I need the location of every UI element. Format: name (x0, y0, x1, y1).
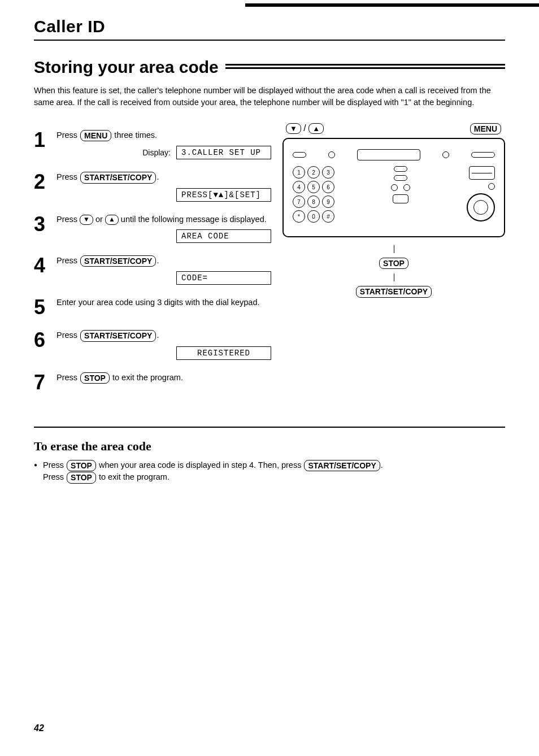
step-number: 6 (34, 330, 56, 359)
dial-key: 2 (307, 166, 320, 179)
menu-key-label: MENU (470, 123, 501, 134)
device-led-icon (403, 184, 410, 191)
stop-key: STOP (67, 472, 96, 483)
step-2: 2 Press START/SET/COPY. PRESS[▼▲]&[SET] (34, 172, 271, 201)
device-handset-icon (471, 152, 495, 158)
dial-key: 9 (322, 195, 334, 208)
lcd-display: 3.CALLER SET UP (176, 146, 271, 159)
device-led-icon (391, 184, 398, 191)
stop-key-label: STOP (379, 258, 408, 269)
lcd-display: REGISTERED (176, 346, 271, 360)
dial-key: 5 (307, 181, 320, 193)
jog-dial-icon (467, 193, 495, 221)
dial-key: 6 (322, 181, 334, 193)
dial-key: 3 (322, 166, 334, 179)
phone-icon (393, 194, 408, 203)
step-3-text: Press ▼ or ▲ until the following message… (56, 214, 271, 225)
intro-paragraph: When this feature is set, the caller's t… (34, 85, 505, 108)
start-set-copy-key: START/SET/COPY (80, 330, 156, 341)
step-4: 4 Press START/SET/COPY. CODE= (34, 255, 271, 285)
step-3: 3 Press ▼ or ▲ until the following messa… (34, 214, 271, 244)
step-number: 1 (34, 130, 56, 159)
erase-subtitle: To erase the area code (34, 439, 505, 454)
step-4-text: Press START/SET/COPY. (56, 255, 271, 267)
device-illustration: 1 2 3 4 5 6 7 8 9 * 0 # (282, 138, 505, 237)
device-led-icon (442, 151, 449, 158)
section-title: Storing your area code (34, 58, 219, 77)
stop-key: STOP (80, 372, 110, 384)
device-top-labels: ▼ / ▲ MENU (286, 123, 502, 134)
display-label: Display: (142, 148, 171, 157)
step-number: 2 (34, 172, 56, 201)
section-divider (34, 427, 505, 428)
up-arrow-key-label: ▲ (308, 123, 324, 134)
device-button-icon (293, 152, 306, 158)
dial-key: 4 (293, 181, 305, 193)
top-black-bar (245, 3, 539, 7)
two-column-layout: 1 Press MENU three times. Display: 3.CAL… (34, 123, 505, 405)
step-6: 6 Press START/SET/COPY. REGISTERED (34, 330, 271, 359)
step-2-text: Press START/SET/COPY. (56, 172, 271, 183)
device-bottom-labels: STOP START/SET/COPY (282, 245, 505, 297)
device-switch-icon (469, 166, 495, 180)
section-rule (225, 64, 505, 71)
device-led-icon (488, 183, 495, 190)
start-set-copy-key: START/SET/COPY (304, 460, 380, 471)
device-button-icon (394, 175, 407, 181)
step-number: 4 (34, 255, 56, 285)
steps-column: 1 Press MENU three times. Display: 3.CAL… (34, 123, 271, 405)
device-screen-icon (357, 149, 420, 160)
dial-key: 7 (293, 195, 305, 208)
dial-key: 8 (307, 195, 320, 208)
step-7-text: Press STOP to exit the program. (56, 372, 271, 384)
dial-key: * (293, 210, 305, 223)
step-number: 5 (34, 297, 56, 318)
step-7: 7 Press STOP to exit the program. (34, 372, 271, 393)
dial-key: 1 (293, 166, 305, 179)
up-arrow-key: ▲ (105, 215, 119, 225)
step-5-text: Enter your area code using 3 digits with… (56, 297, 271, 309)
lcd-display: AREA CODE (176, 229, 271, 243)
dial-keypad: 1 2 3 4 5 6 7 8 9 * 0 # (293, 166, 334, 223)
erase-instructions: Press STOP when your area code is displa… (34, 459, 505, 484)
step-1-text: Press MENU three times. (56, 130, 271, 141)
connector-line (394, 273, 394, 281)
step-6-text: Press START/SET/COPY. (56, 330, 271, 341)
start-set-copy-key: START/SET/COPY (80, 255, 156, 267)
dial-key: # (322, 210, 334, 223)
device-button-icon (394, 166, 407, 172)
device-column: ▼ / ▲ MENU 1 2 3 (282, 123, 505, 405)
step-number: 3 (34, 214, 56, 244)
device-led-icon (328, 151, 335, 158)
chapter-title: Caller ID (34, 17, 505, 41)
page-number: 42 (34, 723, 44, 733)
section-header-row: Storing your area code (34, 58, 505, 77)
step-5: 5 Enter your area code using 3 digits wi… (34, 297, 271, 318)
dial-key: 0 (307, 210, 320, 223)
page-content: { "chapter_title": "Caller ID", "section… (0, 0, 539, 518)
lcd-display: PRESS[▼▲]&[SET] (176, 188, 271, 202)
start-set-copy-key: START/SET/COPY (80, 172, 156, 183)
start-set-copy-key-label: START/SET/COPY (356, 286, 432, 297)
down-arrow-key-label: ▼ (286, 123, 301, 134)
stop-key: STOP (67, 460, 96, 471)
step-number: 7 (34, 372, 56, 393)
connector-line (394, 245, 394, 253)
menu-key: MENU (80, 130, 111, 141)
lcd-display: CODE= (176, 271, 271, 285)
down-arrow-key: ▼ (80, 215, 93, 225)
step-1: 1 Press MENU three times. Display: 3.CAL… (34, 130, 271, 159)
